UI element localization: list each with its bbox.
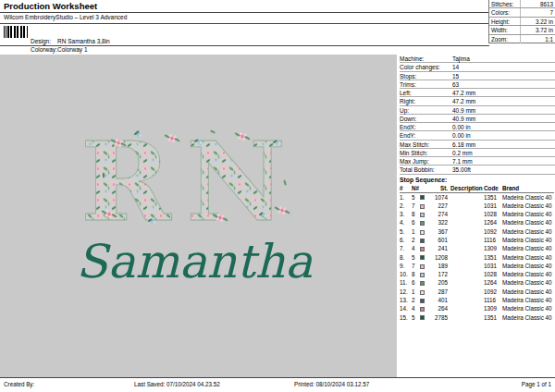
machine-info-row: Stops:15 <box>400 72 555 80</box>
worksheet-header: Production Worksheet Wilcom EmbroiderySt… <box>0 0 555 55</box>
stats-row: Height:3.22 in <box>489 18 555 26</box>
column-header: # <box>400 184 412 193</box>
stitch-count: 601 <box>428 236 450 244</box>
column-header: Code <box>484 184 502 193</box>
color-swatch <box>420 204 425 209</box>
machine-info-value: Tajima <box>452 55 555 62</box>
title-divider <box>0 12 489 13</box>
table-row: 6.26011116Madeira Classic 40 <box>400 236 554 244</box>
row-number: 10. <box>400 270 412 278</box>
description-cell <box>450 262 484 270</box>
color-swatch <box>420 239 425 243</box>
stitch-count: 264 <box>428 304 450 312</box>
description-cell <box>450 270 484 278</box>
thread-brand: Madeira Classic 40 <box>502 288 554 296</box>
stop-sequence-title: Stop Sequence: <box>400 176 555 184</box>
thread-code: 1116 <box>484 236 502 244</box>
thread-code: 1031 <box>484 262 502 270</box>
table-row: 12.12871092Madeira Classic 40 <box>400 288 554 296</box>
color-swatch <box>420 281 425 286</box>
table-row: 11.62051264Madeira Classic 40 <box>400 278 554 287</box>
table-row: 15.527851351Madeira Classic 40 <box>400 313 554 322</box>
row-number: 15. <box>400 313 412 322</box>
machine-info-value: 7.1 mm <box>452 157 555 165</box>
row-number: 11. <box>400 278 412 287</box>
stitch-count: 287 <box>428 288 450 296</box>
description-cell <box>450 227 484 236</box>
page-title: Production Worksheet <box>4 1 97 11</box>
stitch-count: 322 <box>428 218 450 227</box>
machine-info-row: Max Jump:7.1 mm <box>400 157 555 165</box>
machine-info-row: Trims:63 <box>400 80 555 89</box>
thread-code: 1351 <box>484 253 502 262</box>
row-number: 6. <box>400 236 412 244</box>
machine-info-label: Up: <box>400 106 452 114</box>
table-row: 13.24011116Madeira Classic 40 <box>400 296 554 304</box>
thread-number: 4 <box>412 304 420 312</box>
thread-code: 1028 <box>484 270 502 278</box>
machine-info-label: Trims: <box>400 80 452 88</box>
table-row: 4.63221264Madeira Classic 40 <box>400 218 554 227</box>
design-canvas: RN Samantha <box>0 55 397 377</box>
machine-info-row: Right:47.2 mm <box>400 97 555 105</box>
color-swatch <box>420 230 425 235</box>
row-number: 4. <box>400 218 412 227</box>
thread-code: 1264 <box>484 218 502 227</box>
description-cell <box>450 244 484 252</box>
app-subtitle: Wilcom EmbroideryStudio – Level 3 Advanc… <box>4 14 127 20</box>
machine-info-value: 14 <box>452 63 555 70</box>
machine-info-row: EndY:0.00 in <box>400 131 555 140</box>
stitch-count: 1074 <box>428 192 450 202</box>
machine-info-value: 47.2 mm <box>452 97 555 104</box>
machine-info-value: 35.00ft <box>452 165 555 173</box>
stats-label: Colors: <box>489 8 521 16</box>
worksheet-footer: Created By: Last Saved: 07/10/2024 04.23… <box>0 377 555 392</box>
stats-value: 3.72 in <box>521 26 555 33</box>
row-number: 1. <box>400 192 412 202</box>
machine-info-value: 6.18 mm <box>452 141 555 148</box>
thread-number: 7 <box>412 202 420 210</box>
machine-info-label: EndX: <box>400 123 452 130</box>
name-text: Samantha <box>76 235 313 288</box>
table-row: 8.512081351Madeira Classic 40 <box>400 253 554 262</box>
machine-info-label: Down: <box>400 115 452 122</box>
subtitle-divider <box>0 23 489 24</box>
thread-number: 7 <box>412 262 420 270</box>
monogram-text: RN <box>80 117 301 246</box>
machine-info-label: Max Stitch: <box>400 141 452 148</box>
color-swatch <box>420 307 425 312</box>
stitch-count: 401 <box>428 296 450 304</box>
machine-info-value: 0.00 in <box>452 131 555 139</box>
stitch-count: 189 <box>428 262 450 270</box>
printed-text: Printed: 08/10/2024 03.12.57 <box>294 381 369 387</box>
machine-info-value: 15 <box>452 72 555 80</box>
color-swatch <box>420 290 425 295</box>
thread-number: 6 <box>412 278 420 287</box>
color-swatch <box>420 221 425 226</box>
thread-brand: Madeira Classic 40 <box>502 313 554 322</box>
stats-row: Zoom:1:1 <box>489 35 555 43</box>
column-header: Brand <box>502 184 554 193</box>
stats-row: Colors:7 <box>489 8 555 17</box>
thread-brand: Madeira Classic 40 <box>502 236 554 244</box>
thread-code: 1028 <box>484 210 502 218</box>
machine-info-row: Down:40.9 mm <box>400 115 555 123</box>
row-number: 2. <box>400 202 412 210</box>
machine-info-row: Color changes:14 <box>400 63 555 71</box>
thread-number: 1 <box>412 227 420 236</box>
color-swatch <box>420 273 425 277</box>
description-cell <box>450 192 484 202</box>
thread-code: 1309 <box>484 244 502 252</box>
thread-number: 6 <box>412 218 420 227</box>
machine-info-value: 0.00 in <box>452 123 555 130</box>
description-cell <box>450 202 484 210</box>
stats-value: 1:1 <box>521 35 555 43</box>
table-row: 5.13671092Madeira Classic 40 <box>400 227 554 236</box>
stitch-count: 172 <box>428 270 450 278</box>
stitch-count: 367 <box>428 227 450 236</box>
stats-value: 3.22 in <box>521 18 555 25</box>
description-cell <box>450 236 484 244</box>
design-value: RN Samantha 3,8in <box>57 38 110 44</box>
color-swatch <box>420 213 425 217</box>
thread-brand: Madeira Classic 40 <box>502 304 554 312</box>
